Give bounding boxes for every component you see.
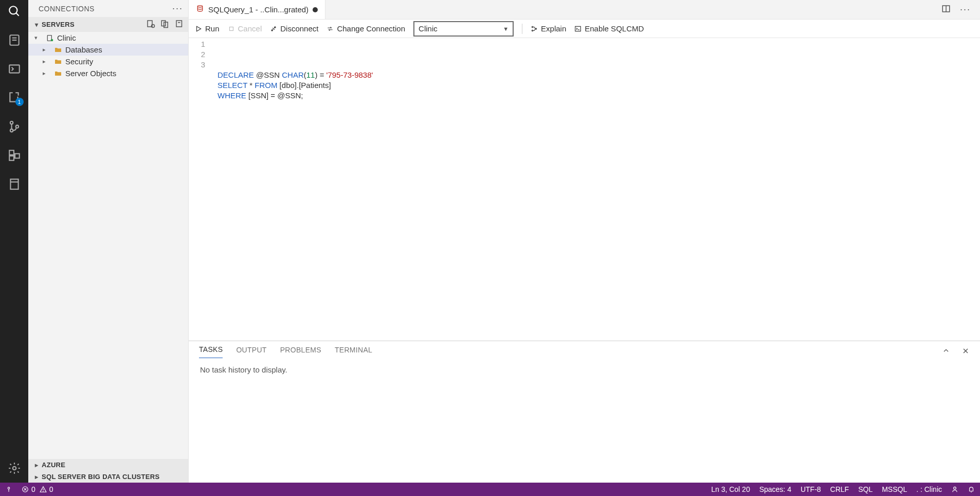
status-cursor[interactable]: Ln 3, Col 20 [711,485,750,493]
svg-rect-12 [10,179,18,189]
panel-close-icon[interactable] [961,347,970,357]
svg-point-0 [9,6,17,14]
new-connection-icon[interactable] [146,19,155,30]
connection-select[interactable]: Clinic ▼ [413,21,514,37]
chevron-right-icon: ▸ [32,462,41,469]
svg-point-31 [532,30,533,31]
line-gutter: 123 [189,38,210,341]
notebook-icon[interactable] [7,177,22,191]
bell-icon[interactable] [968,486,975,493]
badge: 1 [15,98,24,106]
panel-tab-problems[interactable]: PROBLEMS [280,346,321,358]
svg-point-23 [197,6,202,7]
explain-button[interactable]: Explain [531,24,566,33]
svg-line-1 [16,13,19,15]
svg-point-32 [535,28,536,29]
status-errors[interactable]: 0 [22,485,35,493]
status-encoding[interactable]: UTF-8 [801,485,821,493]
section-bigdata[interactable]: ▸ SQL SERVER BIG DATA CLUSTERS [28,471,188,483]
feedback-icon[interactable] [951,486,958,493]
svg-point-37 [8,487,10,489]
folder-icon [53,46,63,54]
tab-more-button[interactable]: ··· [960,4,971,15]
extensions-icon[interactable] [7,148,22,163]
status-eol[interactable]: CRLF [830,485,849,493]
chevron-right-icon: ▸ [41,58,48,65]
svg-point-8 [15,125,18,128]
svg-point-42 [43,491,44,491]
sql-editor[interactable]: 123 DECLARE @SSN CHAR(11) = '795-73-9838… [189,38,980,341]
status-warnings[interactable]: 0 [40,485,53,493]
source-control-icon[interactable] [7,119,22,134]
server-icon[interactable] [7,33,22,47]
section-servers[interactable]: ▾ SERVERS [28,17,188,32]
tab-title: SQLQuery_1 - ..Clin...grated) [208,5,308,14]
svg-rect-19 [176,21,182,27]
connections-sidebar: CONNECTIONS ··· ▾ SERVERS ▾ [28,0,189,483]
editor-tab-bar: SQLQuery_1 - ..Clin...grated) ··· [189,0,980,20]
explorer-icon[interactable]: 1 [7,91,22,105]
svg-point-14 [12,467,16,470]
svg-rect-11 [15,154,20,158]
tree-server-root[interactable]: ▾ Clinic [28,32,188,44]
status-connection[interactable]: . : Clinic [916,485,942,493]
svg-rect-10 [9,156,14,161]
split-editor-icon[interactable] [941,4,951,15]
database-icon [196,5,204,14]
separator [522,24,522,34]
section-azure[interactable]: ▸ AZURE [28,459,188,471]
disconnect-button[interactable]: Disconnect [270,24,318,33]
status-spaces[interactable]: Spaces: 4 [759,485,791,493]
folder-icon [53,69,63,78]
cancel-button: Cancel [228,24,262,33]
svg-point-6 [10,121,12,124]
tree-databases[interactable]: ▸ Databases [28,44,188,56]
tree-security[interactable]: ▸ Security [28,56,188,67]
tree-server-objects[interactable]: ▸ Server Objects [28,67,188,79]
query-toolbar: Run Cancel Disconnect Change Connection … [189,20,980,38]
run-button[interactable]: Run [195,24,220,33]
gear-icon[interactable] [7,461,22,475]
dirty-indicator-icon [313,7,318,12]
svg-point-22 [51,39,53,41]
folder-icon [53,58,63,66]
svg-rect-9 [9,150,14,155]
panel-tab-output[interactable]: OUTPUT [236,346,266,358]
status-remote-icon[interactable] [5,486,12,493]
svg-point-30 [532,26,533,27]
bottom-panel: TASKSOUTPUTPROBLEMSTERMINAL No task hist… [189,341,980,483]
new-group-icon[interactable] [160,19,170,30]
terminal-icon[interactable] [7,62,22,76]
svg-point-7 [10,129,12,132]
server-db-icon [45,34,55,42]
activity-bar: 1 [0,0,28,483]
sidebar-more-button[interactable]: ··· [172,3,183,14]
panel-body-tasks: No task history to display. [189,358,980,483]
svg-rect-27 [229,27,233,30]
status-language[interactable]: SQL [858,485,873,493]
svg-point-43 [954,487,956,489]
panel-tab-tasks[interactable]: TASKS [199,345,223,358]
chevron-right-icon: ▸ [32,473,41,481]
sidebar-title: CONNECTIONS [39,5,172,13]
editor-tab[interactable]: SQLQuery_1 - ..Clin...grated) [189,0,325,19]
server-tree: ▾ Clinic ▸ Databases ▸ S [28,32,188,459]
chevron-down-icon: ▾ [32,34,40,41]
chevron-right-icon: ▸ [41,46,48,53]
panel-tab-terminal[interactable]: TERMINAL [335,346,372,358]
svg-rect-33 [575,26,581,31]
search-icon[interactable] [7,4,22,19]
chevron-down-icon: ▼ [503,26,509,32]
status-provider[interactable]: MSSQL [882,485,907,493]
svg-marker-26 [197,26,201,31]
chevron-right-icon: ▸ [41,70,48,77]
code-content[interactable]: DECLARE @SSN CHAR(11) = '795-73-9838'SEL… [210,38,980,341]
collapse-icon[interactable] [175,19,184,30]
enable-sqlcmd-button[interactable]: Enable SQLCMD [574,24,644,33]
panel-maximize-icon[interactable] [942,347,950,357]
status-bar: 0 0 Ln 3, Col 20 Spaces: 4 UTF-8 CRLF SQ… [0,483,980,496]
chevron-down-icon: ▾ [32,21,41,28]
change-connection-button[interactable]: Change Connection [326,24,405,33]
svg-rect-5 [9,65,20,73]
